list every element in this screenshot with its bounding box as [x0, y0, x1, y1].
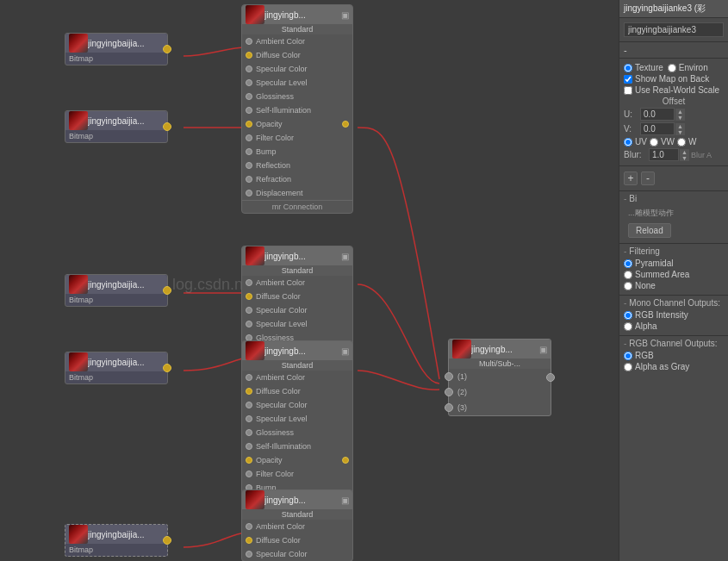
plus-button[interactable]: + — [624, 171, 638, 185]
node-close-2[interactable]: ▣ — [341, 252, 349, 261]
socket-diffuse-1: Diffuse Color — [242, 48, 352, 62]
blur-down[interactable]: ▼ — [680, 155, 689, 161]
bitmap-output-5 — [163, 536, 171, 545]
bitmap-thumb-4 — [69, 352, 88, 371]
bitmap-header-3: jingyingbaijia... — [65, 275, 167, 294]
node-close-4[interactable]: ▣ — [341, 496, 349, 505]
bitmap-title-3: jingyingbaijia... — [88, 280, 164, 290]
node-close-1[interactable]: ▣ — [341, 10, 349, 20]
alpha-gray-label: Alpha as Gray — [635, 362, 689, 371]
rgb-dash: - — [624, 339, 626, 348]
node-type-4: Standard — [242, 509, 352, 520]
rgb-channel-section: - RGB Channel Outputs: RGB Alpha as Gray — [619, 336, 728, 376]
rgb-label: RGB — [635, 351, 654, 360]
properties-panel: jingyingbaijianke3 (彩 - Texture Environ … — [619, 0, 728, 561]
bitmap-section: - Bi ...雕模型动作 Reload — [619, 191, 728, 244]
rgb-intensity-radio[interactable] — [624, 311, 632, 320]
alpha-gray-radio[interactable] — [624, 363, 632, 371]
pyramidal-radio[interactable] — [624, 259, 632, 268]
multi-in-3 — [445, 403, 453, 412]
uv-radio[interactable] — [624, 138, 632, 146]
multi-close[interactable]: ▣ — [539, 345, 547, 354]
bitmap-header-4: jingyingbaijia... — [65, 352, 167, 371]
name-section — [619, 18, 728, 42]
socket-opacity-3: Opacity — [242, 453, 352, 467]
bitmap-node-4: jingyingbaijia... Bitmap — [65, 352, 168, 384]
u-up[interactable]: ▲ — [675, 109, 685, 115]
none-radio[interactable] — [624, 282, 632, 290]
mono-channel-section: - Mono Channel Outputs: RGB Intensity Al… — [619, 296, 728, 336]
v-down[interactable]: ▼ — [675, 129, 685, 135]
bitmap-label-2: Bitmap — [65, 130, 167, 142]
blur-input[interactable] — [649, 148, 679, 161]
node-thumb-1 — [246, 5, 264, 24]
vw-radio[interactable] — [650, 138, 658, 146]
blur-label: Blur: — [624, 150, 645, 159]
u-row: U: ▲ ▼ — [624, 108, 724, 121]
node-close-3[interactable]: ▣ — [341, 346, 349, 356]
node-title-3: jingyingb... — [264, 346, 339, 356]
node-title-4: jingyingb... — [264, 496, 339, 505]
socket-diffuse-3: Diffuse Color — [242, 384, 352, 398]
bitmap-path: ...雕模型动作 — [624, 206, 724, 221]
bitmap-node-1: jingyingbaijia... Bitmap — [65, 33, 168, 65]
node-type-1: Standard — [242, 24, 352, 34]
bitmap-section-header: - Bi — [624, 194, 724, 203]
none-row: None — [624, 281, 724, 290]
v-input[interactable] — [640, 122, 675, 135]
node-header-1: jingyingb... ▣ — [242, 5, 352, 24]
node-thumb-4 — [246, 490, 264, 509]
reload-button[interactable]: Reload — [628, 223, 671, 238]
standard-node-1: jingyingb... ▣ Standard Ambient Color Di… — [241, 4, 353, 214]
v-row: V: ▲ ▼ — [624, 122, 724, 135]
rgb-header: - RGB Channel Outputs: — [624, 339, 724, 348]
rgb-intensity-label: RGB Intensity — [635, 310, 688, 320]
multi-title: jingyingb... — [471, 345, 538, 354]
w-label: W — [688, 137, 696, 146]
texture-label: Texture — [635, 63, 663, 72]
pyramidal-row: Pyramidal — [624, 259, 724, 268]
u-input[interactable] — [640, 108, 675, 121]
multi-output — [546, 373, 555, 382]
node-thumb-3 — [246, 341, 264, 360]
socket-opacity-1: Opacity — [242, 117, 352, 131]
filtering-dash: - — [624, 246, 626, 256]
plus-minus-section: + - — [619, 166, 728, 191]
bitmap-title-4: jingyingbaijia... — [88, 358, 164, 367]
u-down[interactable]: ▼ — [675, 115, 685, 121]
socket-filter-1: Filter Color — [242, 131, 352, 145]
v-up[interactable]: ▲ — [675, 123, 685, 129]
blur-up[interactable]: ▲ — [680, 149, 689, 155]
socket-specular-3: Specular Color — [242, 398, 352, 412]
w-radio[interactable] — [677, 138, 686, 146]
bitmap-thumb-5 — [69, 525, 88, 544]
standard-node-4: jingyingb... ▣ Standard Ambient Color Di… — [241, 489, 353, 561]
name-input[interactable] — [624, 22, 724, 37]
v-spinner[interactable]: ▲ ▼ — [675, 123, 685, 135]
multi-type: Multi/Sub-... — [449, 358, 551, 369]
rgb-intensity-row: RGB Intensity — [624, 310, 724, 320]
environ-radio[interactable] — [668, 64, 676, 72]
texture-radio[interactable] — [624, 64, 632, 72]
socket-specular-2: Specular Color — [242, 303, 352, 317]
socket-displace-1: Displacement — [242, 186, 352, 200]
bitmap-thumb-3 — [69, 275, 88, 294]
minus-button[interactable]: - — [641, 171, 655, 185]
bitmap-header-1: jingyingbaijia... — [65, 34, 167, 53]
blur-spinner[interactable]: ▲ ▼ — [680, 149, 689, 161]
alpha-radio[interactable] — [624, 322, 632, 331]
socket-reflect-1: Reflection — [242, 159, 352, 172]
socket-ambient-1: Ambient Color — [242, 34, 352, 48]
summed-area-radio[interactable] — [624, 271, 632, 279]
real-world-checkbox[interactable] — [624, 86, 632, 95]
rgb-radio[interactable] — [624, 352, 632, 360]
mono-dash: - — [624, 298, 626, 308]
socket-selfillum-1: Self-Illumination — [242, 103, 352, 117]
bitmap-label-1: Bitmap — [65, 53, 167, 65]
bitmap-title-5: jingyingbaijia... — [88, 530, 164, 539]
socket-speclevel-2: Specular Level — [242, 317, 352, 331]
show-map-checkbox[interactable] — [624, 75, 632, 84]
none-label: None — [635, 281, 656, 290]
bitmap-section-label: Bi — [629, 194, 637, 203]
u-spinner[interactable]: ▲ ▼ — [675, 109, 685, 121]
